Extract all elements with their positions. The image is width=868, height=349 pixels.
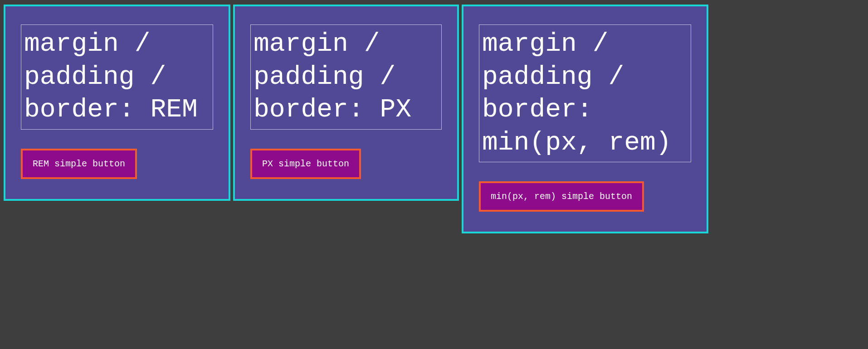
headline-rem: margin / padding / border: REM xyxy=(21,24,213,130)
panel-min: margin / padding / border: min(px, rem) … xyxy=(462,5,708,233)
panel-rem: margin / padding / border: REM REM simpl… xyxy=(4,5,230,201)
px-simple-button[interactable]: PX simple button xyxy=(250,149,361,179)
min-simple-button[interactable]: min(px, rem) simple button xyxy=(479,181,644,212)
rem-simple-button[interactable]: REM simple button xyxy=(21,149,137,179)
panel-row: margin / padding / border: REM REM simpl… xyxy=(0,0,868,238)
panel-px: margin / padding / border: PX PX simple … xyxy=(233,5,459,201)
headline-min: margin / padding / border: min(px, rem) xyxy=(479,24,691,162)
headline-px: margin / padding / border: PX xyxy=(250,24,442,130)
